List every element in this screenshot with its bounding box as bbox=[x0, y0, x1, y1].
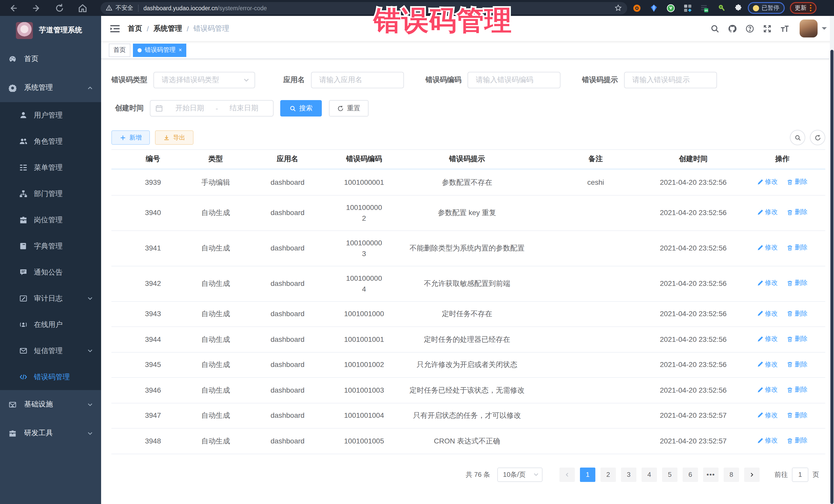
pagination-page-1[interactable]: 1 bbox=[580, 467, 595, 482]
sidebar-item-13[interactable]: 基础设施 bbox=[0, 390, 101, 419]
delete-link[interactable]: 删除 bbox=[787, 278, 808, 289]
delete-link[interactable]: 删除 bbox=[787, 410, 808, 421]
sidebar-item-12[interactable]: 错误码管理 bbox=[0, 364, 101, 390]
page-size-select[interactable]: 10条/页 bbox=[497, 467, 543, 482]
extension-grid-icon[interactable] bbox=[684, 4, 692, 12]
export-button[interactable]: 导出 bbox=[155, 130, 194, 145]
filter-type-label: 错误码类型 bbox=[111, 75, 153, 85]
delete-link[interactable]: 删除 bbox=[787, 334, 808, 344]
reset-button[interactable]: 重置 bbox=[329, 100, 369, 116]
filter-type-select[interactable]: 请选择错误码类型 bbox=[153, 72, 255, 88]
tag-home[interactable]: 首页 bbox=[109, 43, 130, 57]
edit-link[interactable]: 修改 bbox=[757, 410, 778, 421]
pagination-next[interactable] bbox=[744, 467, 760, 482]
delete-link[interactable]: 删除 bbox=[787, 435, 808, 446]
sidebar-item-11[interactable]: 短信管理 bbox=[0, 338, 101, 364]
refresh-button[interactable] bbox=[810, 130, 825, 145]
scrollbar-thumb[interactable] bbox=[830, 50, 833, 504]
tag-close-icon[interactable]: × bbox=[179, 47, 182, 53]
cell-type: 自动生成 bbox=[195, 403, 237, 428]
cell-app: dashboard bbox=[237, 195, 338, 231]
breadcrumb-home[interactable]: 首页 bbox=[128, 24, 142, 33]
extension-gem-icon[interactable] bbox=[650, 4, 658, 12]
pagination-page-2[interactable]: 2 bbox=[600, 467, 616, 482]
sidebar-item-3[interactable]: 角色管理 bbox=[0, 128, 101, 154]
filter-date-range[interactable]: 开始日期 - 结束日期 bbox=[150, 100, 273, 116]
extension-green-key-icon[interactable] bbox=[718, 4, 726, 12]
sidebar-item-14[interactable]: 研发工具 bbox=[0, 419, 101, 447]
sidebar-item-8[interactable]: 通知公告 bbox=[0, 259, 101, 285]
extension-orange-icon[interactable] bbox=[633, 4, 641, 12]
edit-link[interactable]: 修改 bbox=[757, 385, 778, 395]
sidebar-item-6[interactable]: 岗位管理 bbox=[0, 207, 101, 233]
pagination-page-4[interactable]: 4 bbox=[641, 467, 657, 482]
delete-link[interactable]: 删除 bbox=[787, 177, 808, 187]
header-search-icon[interactable] bbox=[710, 24, 720, 33]
sidebar-item-9[interactable]: 审计日志 bbox=[0, 285, 101, 311]
sidebar-item-1[interactable]: 系统管理 bbox=[0, 73, 101, 102]
sidebar-item-2[interactable]: 用户管理 bbox=[0, 102, 101, 128]
pagination-page-8[interactable]: 8 bbox=[724, 467, 739, 482]
browser-update-button[interactable]: 更新 bbox=[790, 2, 816, 14]
cell-actions: 修改删除 bbox=[740, 169, 825, 195]
sidebar-item-4[interactable]: 菜单管理 bbox=[0, 154, 101, 181]
cell-remark bbox=[544, 428, 647, 454]
sms-icon bbox=[20, 347, 27, 355]
edit-link[interactable]: 修改 bbox=[757, 207, 778, 218]
search-button[interactable]: 搜索 bbox=[280, 100, 322, 116]
edit-link[interactable]: 修改 bbox=[757, 334, 778, 344]
user-avatar[interactable] bbox=[799, 20, 817, 38]
help-icon[interactable] bbox=[745, 24, 754, 33]
sidebar-item-10[interactable]: 在线用户 bbox=[0, 311, 101, 338]
sidebar-item-0[interactable]: 首页 bbox=[0, 45, 101, 73]
edit-link[interactable]: 修改 bbox=[757, 242, 778, 253]
pagination-prev[interactable] bbox=[559, 467, 575, 482]
bookmark-star-icon[interactable] bbox=[614, 4, 622, 12]
delete-link[interactable]: 删除 bbox=[787, 385, 808, 395]
extension-list-on-icon[interactable]: on bbox=[701, 4, 709, 12]
add-button[interactable]: 新增 bbox=[111, 130, 150, 145]
sidebar-logo[interactable]: 芋道管理系统 bbox=[0, 16, 101, 45]
page-scrollbar[interactable] bbox=[830, 16, 834, 504]
browser-back-icon[interactable] bbox=[8, 3, 19, 13]
pagination-page-5[interactable]: 5 bbox=[662, 467, 678, 482]
show-search-button[interactable] bbox=[790, 130, 805, 145]
sidebar-item-7[interactable]: 字典管理 bbox=[0, 233, 101, 259]
edit-link[interactable]: 修改 bbox=[757, 359, 778, 370]
url-domain: dashboard.yudao.iocoder.cn bbox=[144, 5, 218, 11]
filter-code-label: 错误码编码 bbox=[425, 75, 467, 85]
screenshot-root: 不安全 dashboard.yudao.iocoder.cn /system/e… bbox=[0, 0, 834, 504]
fullscreen-icon[interactable] bbox=[763, 24, 772, 33]
browser-home-icon[interactable] bbox=[78, 3, 88, 13]
sidebar-item-5[interactable]: 部门管理 bbox=[0, 181, 101, 207]
filter-msg-input[interactable]: 请输入错误码提示 bbox=[624, 72, 717, 88]
pagination-more[interactable]: ••• bbox=[703, 467, 719, 482]
edit-link[interactable]: 修改 bbox=[757, 308, 778, 319]
sidebar-toggle-icon[interactable] bbox=[110, 24, 119, 32]
chevron-down-icon bbox=[87, 401, 93, 407]
extension-vue-devtools-icon[interactable] bbox=[667, 4, 675, 12]
extensions-puzzle-icon[interactable] bbox=[734, 4, 743, 12]
filter-code-input[interactable]: 请输入错误码编码 bbox=[467, 72, 561, 88]
breadcrumb-system[interactable]: 系统管理 bbox=[153, 24, 182, 33]
edit-link[interactable]: 修改 bbox=[757, 435, 778, 446]
edit-link[interactable]: 修改 bbox=[757, 177, 778, 187]
pagination-page-3[interactable]: 3 bbox=[621, 467, 636, 482]
pagination-page-6[interactable]: 6 bbox=[683, 467, 698, 482]
avatar-caret-icon[interactable] bbox=[822, 27, 827, 32]
goto-page-input[interactable]: 1 bbox=[792, 467, 808, 482]
tag-error-code[interactable]: 错误码管理 × bbox=[133, 43, 186, 57]
browser-address-bar[interactable]: 不安全 dashboard.yudao.iocoder.cn /system/e… bbox=[101, 2, 627, 14]
edit-link[interactable]: 修改 bbox=[757, 278, 778, 289]
browser-reload-icon[interactable] bbox=[54, 3, 65, 13]
browser-menu-icon[interactable] bbox=[810, 5, 811, 11]
delete-link[interactable]: 删除 bbox=[787, 359, 808, 370]
font-size-icon[interactable] bbox=[780, 24, 789, 33]
filter-app-input[interactable]: 请输入应用名 bbox=[311, 72, 404, 88]
delete-link[interactable]: 删除 bbox=[787, 308, 808, 319]
profile-paused-badge[interactable]: 已暂停 bbox=[748, 2, 785, 14]
delete-link[interactable]: 删除 bbox=[787, 207, 808, 218]
browser-forward-icon[interactable] bbox=[31, 3, 42, 13]
delete-link[interactable]: 删除 bbox=[787, 242, 808, 253]
github-icon[interactable] bbox=[728, 24, 737, 33]
